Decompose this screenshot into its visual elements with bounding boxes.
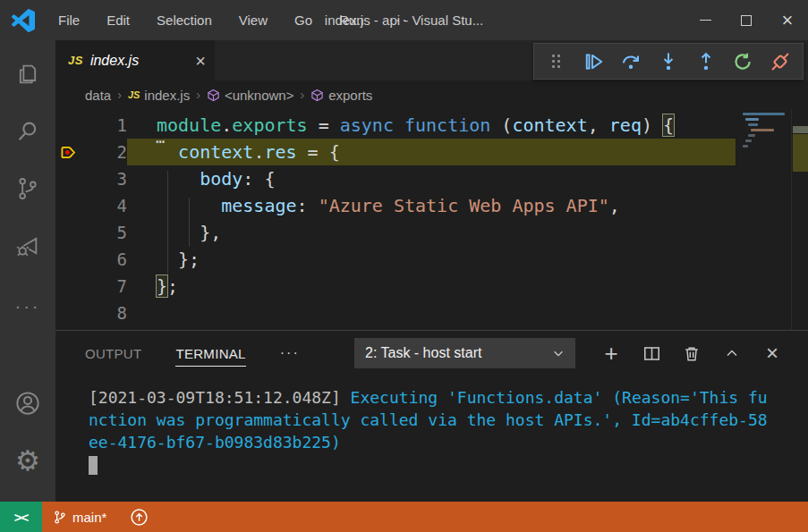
namespace-symbol-icon	[310, 89, 324, 102]
activity-bar: ··· ⚙	[0, 40, 55, 502]
overview-ruler[interactable]	[791, 109, 808, 330]
run-and-debug-icon[interactable]	[6, 223, 49, 269]
terminal-line: ee-4176-bf67-b0983d83b225)	[89, 431, 799, 453]
title-bar: File Edit Selection View Go Run ··· inde…	[0, 0, 808, 40]
breadcrumb-separator-icon: ›	[117, 88, 122, 102]
split-terminal-icon[interactable]	[635, 338, 668, 368]
terminal-line: [2021-03-09T18:51:12.048Z] Executing 'Fu…	[89, 386, 799, 409]
code-line[interactable]: 1module.exports = async function (contex…	[55, 112, 808, 139]
debug-continue-icon[interactable]	[579, 46, 609, 77]
debug-restart-icon[interactable]	[727, 46, 758, 77]
breadcrumb-item-data[interactable]: data	[85, 88, 111, 103]
code-line[interactable]: 6 };	[55, 246, 808, 273]
status-bar: >< main*	[0, 502, 808, 532]
breakpoint-gutter[interactable]	[55, 112, 82, 139]
code-text: context.res = {	[127, 139, 736, 165]
code-line[interactable]: 7};	[55, 273, 808, 300]
new-terminal-icon[interactable]: +	[595, 338, 627, 368]
code-line[interactable]: 4 message: "Azure Static Web Apps API",	[55, 192, 808, 219]
code-line[interactable]: 2 context.res = {	[55, 139, 808, 165]
menu-bar: File Edit Selection View Go Run ···	[47, 9, 418, 31]
breadcrumb-item-file[interactable]: JS index.js	[128, 88, 190, 103]
chevron-down-icon	[552, 347, 565, 359]
breakpoint-gutter[interactable]	[55, 246, 82, 273]
close-window-icon[interactable]: ×	[767, 0, 808, 40]
source-control-icon[interactable]	[6, 165, 49, 212]
line-number[interactable]: 5	[82, 219, 127, 246]
debug-step-over-icon[interactable]	[616, 46, 646, 77]
terminal-content[interactable]: [2021-03-09T18:51:12.048Z] Executing 'Fu…	[55, 376, 808, 502]
kill-terminal-trash-icon[interactable]	[676, 338, 708, 368]
menu-overflow-icon[interactable]: ···	[380, 13, 418, 29]
code-text	[127, 300, 736, 326]
js-file-icon: JS	[68, 54, 83, 67]
code-text: body: {	[127, 165, 736, 192]
line-number[interactable]: 7	[82, 273, 127, 300]
tab-index-js[interactable]: JS index.js ×	[55, 40, 215, 80]
debug-disconnect-icon[interactable]	[765, 46, 795, 77]
debug-step-out-icon[interactable]	[691, 46, 721, 77]
more-views-icon[interactable]: ···	[15, 292, 41, 319]
tab-terminal[interactable]: TERMINAL	[175, 341, 245, 367]
breakpoint-gutter[interactable]	[55, 219, 82, 246]
hint-ellipsis-decoration: …	[156, 129, 166, 147]
toolbar-drag-handle-icon[interactable]	[541, 46, 572, 77]
line-number[interactable]: 1	[82, 112, 127, 139]
breadcrumb-separator-icon: ›	[300, 88, 304, 102]
menu-run[interactable]: Run	[328, 9, 375, 31]
accounts-icon[interactable]	[6, 380, 49, 426]
maximize-panel-chevron-icon[interactable]	[716, 338, 748, 368]
tab-close-icon[interactable]: ×	[195, 52, 206, 70]
minimap[interactable]	[740, 109, 791, 194]
line-number[interactable]: 8	[82, 300, 127, 326]
breadcrumb: data › JS index.js › <unknown> ›	[55, 80, 808, 109]
minimize-icon[interactable]	[685, 0, 726, 40]
code-line[interactable]: 8	[55, 300, 808, 326]
menu-go[interactable]: Go	[284, 9, 323, 31]
vscode-window: File Edit Selection View Go Run ··· inde…	[0, 0, 808, 532]
line-number[interactable]: 3	[82, 165, 127, 192]
window-controls: ×	[685, 0, 808, 40]
git-branch-status[interactable]: main*	[53, 510, 106, 525]
line-number[interactable]: 6	[82, 246, 127, 273]
breakpoint-gutter[interactable]	[55, 139, 82, 165]
breakpoint-gutter[interactable]	[55, 192, 82, 219]
tab-label: index.js	[90, 53, 188, 69]
search-icon[interactable]	[6, 108, 49, 155]
menu-edit[interactable]: Edit	[96, 9, 140, 31]
git-branch-icon	[53, 510, 67, 525]
code-text: };	[127, 273, 736, 300]
remote-indicator[interactable]: ><	[0, 502, 42, 532]
breakpoint-gutter[interactable]	[55, 273, 82, 300]
terminal-picker-dropdown[interactable]: 2: Task - host start	[354, 338, 575, 368]
breadcrumb-item-exports[interactable]: exports	[310, 88, 372, 103]
code-editor[interactable]: 1module.exports = async function (contex…	[55, 109, 808, 330]
debug-step-into-icon[interactable]	[653, 46, 684, 77]
breadcrumb-item-unknown[interactable]: <unknown>	[207, 88, 294, 103]
menu-file[interactable]: File	[47, 9, 90, 31]
editor-group: JS index.js ×	[55, 40, 808, 502]
menu-selection[interactable]: Selection	[146, 9, 223, 31]
tab-output[interactable]: OUTPUT	[85, 341, 141, 366]
terminal-line: nction was programmatically called via t…	[89, 409, 799, 431]
maximize-icon[interactable]	[726, 0, 767, 40]
menu-view[interactable]: View	[228, 9, 278, 31]
namespace-symbol-icon	[207, 89, 220, 102]
publish-changes-icon[interactable]	[130, 508, 149, 527]
code-lines: 1module.exports = async function (contex…	[55, 109, 808, 330]
panel-more-icon[interactable]: ···	[280, 345, 300, 361]
code-line[interactable]: 3 body: {	[55, 165, 808, 192]
code-text: module.exports = async function (context…	[127, 112, 736, 139]
explorer-icon[interactable]	[6, 51, 49, 97]
breakpoint-gutter[interactable]	[55, 165, 82, 192]
code-text: };	[127, 246, 736, 273]
breakpoint-gutter[interactable]	[55, 300, 82, 326]
js-file-icon: JS	[128, 89, 140, 100]
line-number[interactable]: 4	[82, 192, 127, 219]
line-number[interactable]: 2	[82, 139, 127, 165]
settings-gear-icon[interactable]: ⚙	[6, 437, 49, 484]
breadcrumb-separator-icon: ›	[196, 88, 200, 102]
panel-header: OUTPUT TERMINAL ··· 2: Task - host start…	[55, 331, 808, 376]
close-panel-icon[interactable]: ×	[756, 338, 788, 368]
code-line[interactable]: 5 },	[55, 219, 808, 246]
